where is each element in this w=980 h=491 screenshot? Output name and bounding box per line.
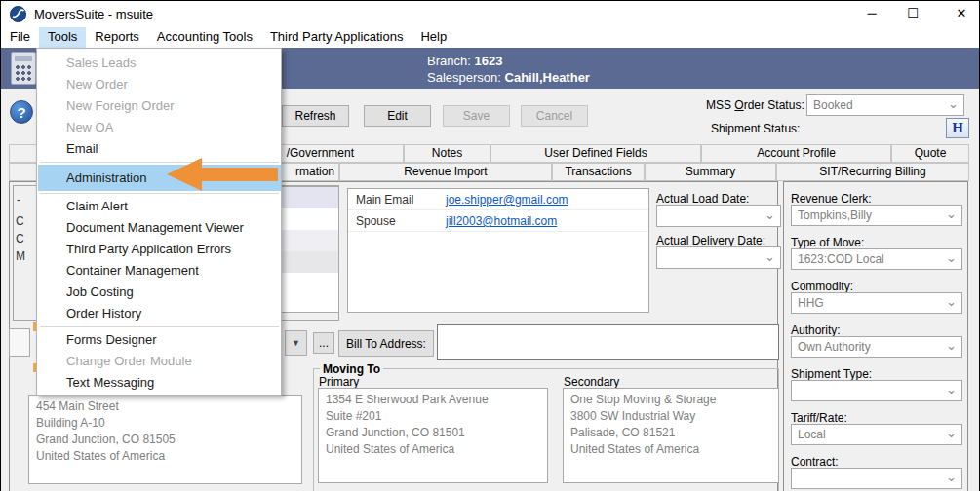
field-value: Local: [798, 428, 826, 441]
contact-row: Main Emailjoe.shipper@gmail.com: [348, 189, 648, 210]
salesperson-row: Salesperson: Cahill,Heather: [427, 70, 590, 85]
tools-menu-item-claim-alert[interactable]: Claim Alert: [38, 196, 281, 217]
field-label-type-of-move-: Type of Move:: [791, 236, 864, 249]
refresh-button[interactable]: Refresh: [282, 105, 349, 127]
chevron-down-icon: ⌄: [946, 250, 957, 265]
window-title: MoversSuite - msuite: [34, 7, 153, 21]
field-combo-type-of-move-[interactable]: 1623:COD Local⌄: [791, 248, 962, 270]
tab-transactions[interactable]: Transactions: [552, 163, 645, 181]
field-combo-shipment-type-[interactable]: ⌄: [791, 380, 962, 401]
contact-email-box: Main Emailjoe.shipper@gmail.comSpousejil…: [347, 188, 649, 313]
contact-email-link[interactable]: joe.shipper@gmail.com: [446, 193, 568, 207]
tools-menu-item-text-messaging[interactable]: Text Messaging: [38, 372, 281, 394]
field-label-contract-: Contract:: [791, 455, 839, 469]
moving-to-title: Moving To: [320, 362, 383, 376]
field-label-shipment-type-: Shipment Type:: [791, 367, 872, 381]
contact-type-label: Spouse: [356, 214, 396, 228]
chevron-down-icon: ⌄: [946, 382, 957, 397]
field-combo-tariff-rate-[interactable]: Local⌄: [791, 424, 962, 445]
mss-order-status-combo[interactable]: Booked ⌄: [806, 94, 964, 116]
menu-separator: [40, 193, 279, 194]
shipment-history-button[interactable]: H: [946, 118, 969, 138]
chevron-down-icon: ⌄: [764, 248, 775, 263]
tools-menu-item-email[interactable]: Email: [38, 138, 281, 160]
menubar-item-accounting-tools[interactable]: Accounting Tools: [148, 27, 261, 48]
contact-email-link[interactable]: jill2003@hotmail.com: [446, 214, 557, 228]
actual-load-date-combo[interactable]: ⌄: [656, 205, 781, 227]
menu-bar: FileToolsReportsAccounting ToolsThird Pa…: [1, 27, 979, 48]
browse-ellipsis-button[interactable]: ...: [313, 332, 334, 354]
chevron-down-icon: ⌄: [946, 470, 957, 484]
hidden-label-dash: -: [17, 193, 20, 207]
tab-sit-recurring-billing[interactable]: SIT/Recurring Billing: [776, 163, 969, 181]
secondary-address-box[interactable]: One Stop Moving & Storage 3800 SW Indust…: [563, 388, 779, 483]
tools-menu-item-job-costing[interactable]: Job Costing: [38, 282, 281, 303]
chevron-down-icon: ⌄: [764, 207, 775, 221]
edit-button[interactable]: Edit: [364, 105, 431, 127]
tab-account-profile[interactable]: Account Profile: [701, 144, 891, 163]
bill-to-address-button[interactable]: Bill To Address:: [338, 330, 434, 357]
tab-user-defined-fields[interactable]: User Defined Fields: [490, 144, 701, 163]
cancel-button: Cancel: [521, 105, 588, 127]
hidden-small-button[interactable]: [9, 328, 30, 357]
menu-separator: [40, 326, 279, 327]
tools-menu-item-document-management-viewer[interactable]: Document Management Viewer: [38, 217, 281, 239]
tools-menu-item-container-management[interactable]: Container Management: [38, 260, 281, 282]
field-value: HHG: [798, 296, 824, 310]
origin-address-box[interactable]: 454 Main Street Building A-10 Grand Junc…: [28, 395, 302, 484]
chevron-down-icon: ⌄: [946, 294, 957, 309]
field-combo-contract-[interactable]: ⌄: [791, 468, 962, 489]
branch-value: 1623: [474, 54, 502, 68]
field-label-tariff-rate-: Tariff/Rate:: [791, 411, 847, 425]
name-dropdown-button[interactable]: ▼: [285, 330, 307, 356]
actual-delivery-date-combo[interactable]: ⌄: [656, 246, 781, 269]
field-label-authority-: Authority:: [791, 323, 841, 337]
hidden-label-fragment: C: [16, 232, 24, 246]
tools-dropdown-menu: Sales LeadsNew OrderNew Foreign OrderNew…: [36, 48, 282, 396]
tab-summary[interactable]: Summary: [645, 163, 776, 181]
tools-menu-item-new-oa: New OA: [38, 117, 281, 138]
chevron-down-icon: ⌄: [946, 338, 957, 353]
menubar-item-third-party-applications[interactable]: Third Party Applications: [261, 27, 412, 48]
actual-load-date-label: Actual Load Date:: [656, 192, 749, 206]
field-combo-revenue-clerk-[interactable]: Tompkins,Billy⌄: [791, 205, 962, 226]
salesperson-value: Cahill,Heather: [505, 70, 590, 85]
tab-notes[interactable]: Notes: [404, 144, 490, 163]
menubar-item-file[interactable]: File: [1, 27, 39, 48]
field-combo-authority-[interactable]: Own Authority⌄: [791, 336, 962, 358]
menubar-item-tools[interactable]: Tools: [39, 27, 86, 48]
tools-menu-item-forms-designer[interactable]: Forms Designer: [38, 329, 281, 351]
close-button[interactable]: ✕: [947, 3, 976, 24]
tools-menu-item-new-order: New Order: [38, 74, 281, 95]
field-value: 1623:COD Local: [798, 252, 884, 266]
calculator-keys: [15, 64, 32, 82]
salesperson-label: Salesperson:: [427, 70, 501, 85]
field-value: Own Authority: [798, 340, 871, 354]
contact-row: Spousejill2003@hotmail.com: [348, 210, 648, 232]
maximize-button[interactable]: ☐: [898, 3, 927, 24]
tools-menu-item-change-order-module: Change Order Module: [38, 351, 281, 372]
minimize-button[interactable]: ─: [857, 3, 886, 24]
branch-label: Branch:: [427, 54, 471, 68]
branch-row: Branch: 1623: [427, 54, 502, 68]
primary-label: Primary: [319, 375, 359, 389]
calculator-screen: [15, 56, 32, 61]
bill-to-address-textbox[interactable]: [437, 324, 779, 360]
tools-menu-item-order-history[interactable]: Order History: [38, 303, 281, 324]
tools-menu-item-new-foreign-order: New Foreign Order: [38, 95, 281, 117]
contact-type-label: Main Email: [356, 193, 413, 207]
tools-menu-item-sales-leads: Sales Leads: [38, 53, 281, 74]
chevron-down-icon: ⌄: [946, 426, 957, 440]
shipment-status-label: Shipment Status:: [711, 122, 800, 135]
menubar-item-help[interactable]: Help: [412, 27, 455, 48]
tools-menu-item-third-party-application-errors[interactable]: Third Party Application Errors: [38, 239, 281, 260]
calculator-icon[interactable]: [11, 52, 36, 85]
primary-address-box[interactable]: 1354 E Sherwood Park Avenue Suite #201 G…: [318, 388, 548, 483]
callout-arrow-icon: [167, 158, 278, 191]
tab-quote[interactable]: Quote: [891, 144, 969, 163]
hidden-label-fragment: M: [16, 249, 25, 263]
field-combo-commodity-[interactable]: HHG⌄: [791, 292, 962, 314]
tab-revenue-import[interactable]: Revenue Import: [339, 163, 552, 181]
menubar-item-reports[interactable]: Reports: [86, 27, 148, 48]
help-icon[interactable]: ?: [10, 100, 33, 124]
